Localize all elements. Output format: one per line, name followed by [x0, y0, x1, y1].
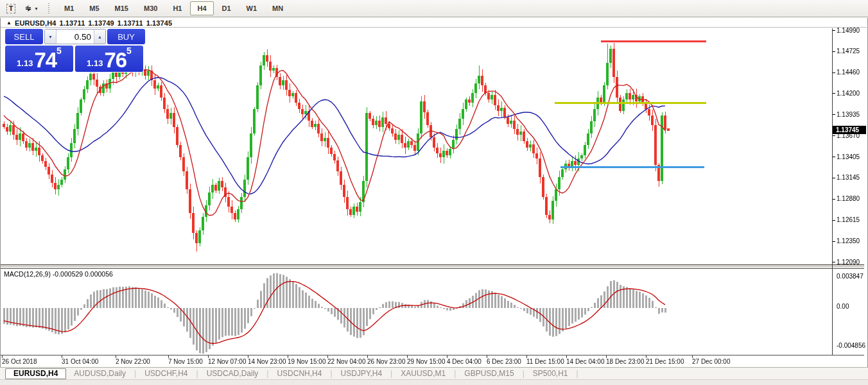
buy-button[interactable]: BUY	[107, 29, 145, 44]
time-axis-label: 26 Nov 23:00	[367, 358, 406, 365]
buy-price-display[interactable]: 1.13 76 5	[75, 46, 143, 72]
status-strip	[0, 379, 868, 385]
time-axis-tick	[327, 355, 328, 358]
time-axis-tick	[566, 355, 567, 358]
time-axis-label: 18 Dec 23:00	[606, 358, 645, 365]
price-axis-tick	[833, 51, 835, 52]
time-axis-label: 14 Nov 23:00	[248, 358, 286, 365]
mt4-application: T ▾ M1M5M15M30H1H4D1W1MN ▲ EURUSD,H4 1.1…	[0, 0, 868, 385]
time-axis-tick	[447, 355, 447, 358]
time-axis-label: 27 Dec 00:00	[692, 358, 731, 365]
price-axis-label: 1.12090	[837, 259, 860, 266]
time-axis-label: 29 Nov 15:00	[407, 358, 446, 365]
time-axis-tick	[646, 355, 647, 358]
price-axis-tick	[833, 157, 835, 157]
macd-indicator-label: MACD(12,26,9) -0.000529 0.000056	[4, 270, 113, 278]
time-axis-tick	[208, 355, 209, 358]
price-axis-label: 1.14725	[837, 47, 860, 55]
time-axis-tick	[2, 355, 3, 358]
price-axis-label: 1.13405	[837, 153, 860, 160]
price-axis-border	[832, 28, 833, 355]
bottom-tab-xauusd-m1[interactable]: XAUUSD,M1	[393, 368, 453, 379]
bottom-tab-sp500-h1[interactable]: SP500,H1	[525, 368, 576, 379]
macd-top-border	[1, 268, 864, 269]
macd-bottom-border	[1, 355, 864, 355]
time-axis-tick	[116, 355, 116, 358]
price-axis-tick	[833, 241, 835, 242]
price-axis-label: 1.14460	[837, 69, 860, 76]
price-axis-label: 1.13935	[837, 111, 860, 118]
time-axis-tick	[288, 355, 288, 358]
time-axis-label: 31 Oct 04:00	[62, 358, 98, 365]
time-axis-label: 26 Oct 2018	[2, 358, 37, 365]
price-axis-tick	[833, 262, 835, 262]
price-axis-tick	[833, 114, 835, 115]
time-axis-tick	[248, 355, 248, 358]
time-axis-label: 2 Nov 22:00	[116, 358, 150, 365]
time-axis-label: 6 Dec 23:00	[487, 358, 521, 365]
sell-price-big: 74	[34, 51, 56, 70]
time-axis-label: 7 Nov 15:00	[168, 358, 203, 365]
sell-price-sup: 5	[56, 47, 62, 55]
macd-axis-min: -0.004856	[837, 342, 865, 349]
time-axis-label: 19 Nov 15:00	[288, 358, 326, 365]
hline-support-blue[interactable]	[560, 166, 704, 168]
time-axis-tick	[367, 355, 368, 358]
bottom-tab-usdchf-h4[interactable]: USDCHF,H4	[137, 368, 195, 379]
time-axis-tick	[606, 355, 607, 358]
buy-price-big: 76	[104, 51, 126, 70]
bottom-tab-usdjpy-h4[interactable]: USDJPY,H4	[333, 368, 390, 379]
time-axis-tick	[62, 355, 62, 358]
one-click-trading-panel: SELL ▼ 0.50 ▲ BUY 1.13 74 5 1.13 76 5	[5, 29, 145, 72]
sell-price-prefix: 1.13	[17, 57, 33, 70]
time-axis-tick	[407, 355, 408, 358]
price-axis-tick	[833, 178, 835, 178]
price-axis-tick	[833, 93, 835, 94]
volume-group: ▼ 0.50 ▲	[44, 29, 106, 44]
price-axis-label: 1.14200	[837, 90, 860, 97]
price-axis-label: 1.12880	[837, 195, 860, 202]
bottom-tab-usdcad-daily[interactable]: USDCAD,Daily	[199, 368, 266, 379]
time-axis-label: 4 Dec 04:00	[447, 358, 482, 365]
price-axis-label: 1.14990	[837, 27, 860, 34]
volume-input[interactable]: 0.50	[56, 30, 94, 44]
time-axis-label: 14 Dec 04:00	[566, 358, 605, 365]
volume-increase-button[interactable]: ▲	[94, 30, 105, 44]
buy-price-prefix: 1.13	[87, 57, 103, 70]
hline-resistance-red[interactable]	[601, 40, 706, 42]
time-axis-tick	[526, 355, 527, 358]
price-axis-label: 1.13145	[837, 174, 860, 181]
panel-splitter[interactable]	[1, 265, 864, 268]
time-axis-label: 12 Nov 07:00	[208, 358, 247, 365]
price-axis-label: 1.12615	[837, 216, 860, 223]
bottom-tab-audusd-daily[interactable]: AUDUSD,Daily	[66, 368, 134, 379]
bottom-tab-usdcnh-h4[interactable]: USDCNH,H4	[269, 368, 329, 379]
buy-price-sup: 5	[126, 47, 132, 55]
macd-axis-max: 0.003847	[837, 273, 864, 280]
time-axis-label: 21 Dec 15:00	[646, 358, 684, 365]
sell-price-display[interactable]: 1.13 74 5	[5, 46, 73, 72]
bottom-tab-eurusd-h4[interactable]: EURUSD,H4	[5, 368, 66, 379]
bottom-tab-gbpusd-m15[interactable]: GBPUSD,M15	[456, 368, 521, 379]
chart-tab-bar: EURUSD,H4AUDUSD,Daily|USDCHF,H4|USDCAD,D…	[0, 368, 868, 379]
price-axis-label: 1.12350	[837, 237, 860, 244]
price-axis-tick	[833, 30, 835, 31]
price-axis-tick	[833, 135, 835, 136]
price-axis-tick	[833, 199, 835, 200]
time-axis-tick	[487, 355, 487, 358]
time-axis-label: 11 Dec 15:00	[526, 358, 564, 365]
price-axis-tick	[833, 220, 835, 221]
time-axis-tick	[168, 355, 169, 358]
volume-decrease-button[interactable]: ▼	[45, 30, 56, 44]
time-axis-tick	[692, 355, 693, 358]
sell-button[interactable]: SELL	[5, 29, 43, 44]
current-price-badge: 1.13745	[833, 126, 866, 134]
time-axis-label: 22 Nov 04:00	[327, 358, 366, 365]
macd-axis-zero: 0.00	[837, 303, 849, 310]
tab-separator: |	[576, 369, 579, 378]
price-axis-tick	[833, 73, 835, 73]
hline-pivot-yellow[interactable]	[555, 102, 706, 104]
